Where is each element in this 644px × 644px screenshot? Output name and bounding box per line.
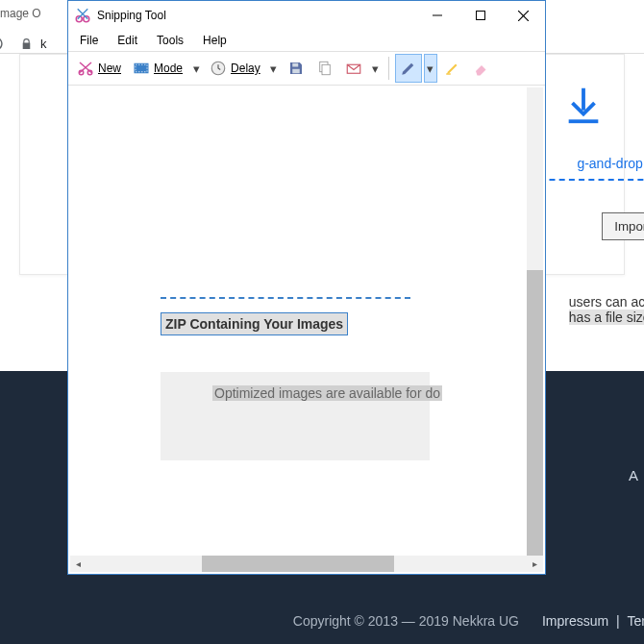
footer-links: Impressum | Ter <box>540 613 644 629</box>
menu-tools[interactable]: Tools <box>149 32 191 49</box>
svg-rect-16 <box>446 73 451 75</box>
footer-about: A <box>629 467 638 483</box>
minimize-button[interactable] <box>415 1 458 30</box>
hscroll-track[interactable] <box>87 556 527 572</box>
download-icon <box>561 83 606 127</box>
vertical-scroll-thumb[interactable] <box>527 270 543 557</box>
menu-edit[interactable]: Edit <box>110 32 145 49</box>
footer-link-impressum[interactable]: Impressum <box>542 613 608 629</box>
hint-text: users can access has a file size lim <box>569 294 644 325</box>
browser-tab[interactable]: nline Image O <box>0 0 77 28</box>
eraser-button[interactable] <box>468 54 495 83</box>
toolbar: New Mode ▾ Delay ▾ ▾ ▾ <box>68 51 545 86</box>
eraser-icon <box>473 60 490 77</box>
footer-link-terms[interactable]: Ter <box>628 613 644 629</box>
floppy-icon <box>287 60 305 77</box>
delay-label: Delay <box>231 62 260 75</box>
svg-rect-12 <box>292 69 300 74</box>
menubar: File Edit Tools Help <box>68 30 545 51</box>
save-button[interactable] <box>283 54 310 83</box>
toolbar-divider <box>388 57 389 80</box>
import-button[interactable]: Import <box>602 212 644 240</box>
new-button[interactable]: New <box>72 54 126 83</box>
horizontal-scrollbar[interactable]: ◂ ▸ <box>70 556 543 572</box>
pen-icon <box>400 60 417 77</box>
send-button[interactable] <box>340 54 367 83</box>
new-label: New <box>98 62 121 75</box>
hscroll-left-arrow[interactable]: ◂ <box>70 556 87 572</box>
window-title: Snipping Tool <box>97 9 415 22</box>
mode-label: Mode <box>154 62 183 75</box>
app-icon <box>74 7 91 24</box>
highlighter-button[interactable] <box>439 54 466 83</box>
pen-dropdown-arrow[interactable]: ▾ <box>424 54 437 83</box>
footer-sep: | <box>612 613 623 629</box>
copy-button[interactable] <box>311 54 338 83</box>
highlighter-icon <box>444 60 461 77</box>
lock-icon[interactable] <box>17 35 35 52</box>
menu-help[interactable]: Help <box>195 32 235 49</box>
hint-text-2: has a file size lim <box>569 310 644 325</box>
hscroll-thumb[interactable] <box>202 556 394 572</box>
send-dropdown-arrow[interactable]: ▾ <box>369 62 383 76</box>
captured-zip-heading: ZIP Containing Your Images <box>161 312 348 335</box>
maximize-button[interactable] <box>458 1 502 30</box>
snipping-tool-window: Snipping Tool File Edit Tools Help New M… <box>67 0 546 575</box>
capture-canvas[interactable]: ZIP Containing Your Images Optimized ima… <box>70 87 543 557</box>
mode-dropdown-arrow[interactable]: ▾ <box>189 62 203 76</box>
menu-file[interactable]: File <box>72 32 106 49</box>
svg-rect-11 <box>292 63 298 67</box>
footer-copyright: Copyright © 2013 — 2019 Nekkra UG <box>293 613 519 629</box>
delay-button[interactable]: Delay <box>205 54 265 83</box>
rectangle-icon <box>133 60 150 77</box>
hscroll-right-arrow[interactable]: ▸ <box>527 556 543 572</box>
copy-icon <box>316 60 334 77</box>
close-button[interactable] <box>502 1 545 30</box>
titlebar[interactable]: Snipping Tool <box>68 1 545 30</box>
svg-rect-14 <box>322 64 330 75</box>
delay-dropdown-arrow[interactable]: ▾ <box>267 62 281 76</box>
captured-dashed-line <box>161 297 410 299</box>
hint-text-1: users can access <box>569 294 644 310</box>
captured-info-text: Optimized images are available for do <box>212 385 442 401</box>
tab-title: nline Image O <box>0 7 41 20</box>
mode-button[interactable]: Mode <box>128 54 187 83</box>
svg-rect-3 <box>476 12 484 20</box>
url-text[interactable]: k <box>40 37 47 51</box>
clock-icon <box>210 60 227 77</box>
scissors-icon <box>77 60 94 77</box>
mail-icon <box>345 60 362 77</box>
drag-drop-text: g-and-drop your <box>577 156 644 171</box>
pen-button[interactable] <box>395 54 422 83</box>
captured-info-box: Optimized images are available for do <box>161 372 430 460</box>
